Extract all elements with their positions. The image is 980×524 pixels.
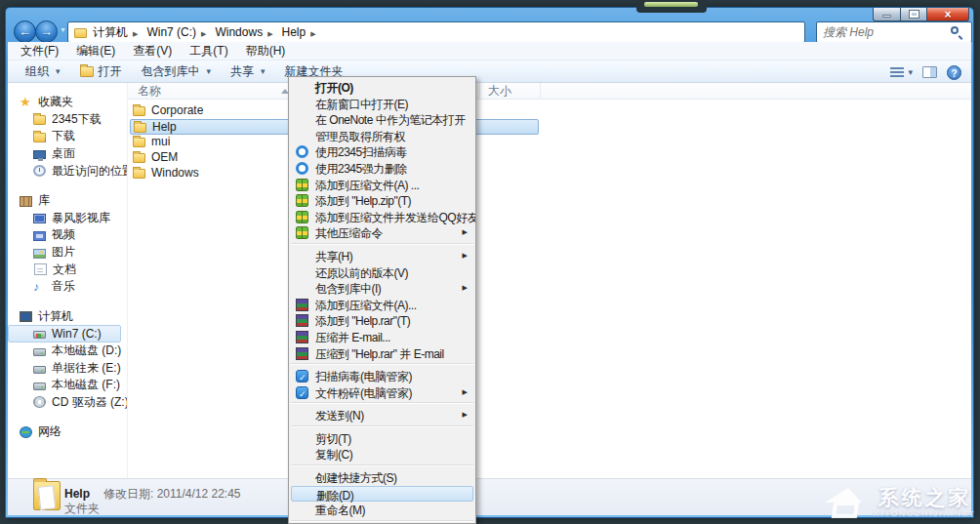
desktop-gadget bbox=[636, 0, 707, 13]
folder-icon bbox=[133, 169, 145, 179]
sidebar-item[interactable]: 计算机 bbox=[8, 308, 127, 326]
address-bar[interactable]: 计算机 Win7 (C:) Windows Help bbox=[67, 21, 805, 43]
sidebar-item-label: 本地磁盘 (F:) bbox=[52, 377, 120, 393]
context-menu-item-label: 还原以前的版本(V) bbox=[315, 266, 408, 280]
sidebar-item[interactable]: Win7 (C:) bbox=[8, 325, 121, 343]
context-menu-item[interactable]: 在 OneNote 中作为笔记本打开 bbox=[289, 111, 475, 128]
toolbar-button[interactable]: 打开 bbox=[70, 61, 132, 81]
menu-bar-item[interactable]: 工具(T) bbox=[181, 42, 236, 60]
sidebar-item[interactable]: 本地磁盘 (D:) bbox=[8, 343, 127, 360]
context-menu-item[interactable]: 共享(H) bbox=[289, 248, 475, 264]
help-icon[interactable]: ? bbox=[947, 65, 961, 80]
column-header-row: 名称 大小 bbox=[128, 83, 971, 100]
recent-pages-dropdown-icon[interactable]: ▼ bbox=[60, 26, 66, 33]
sidebar-item[interactable]: 桌面 bbox=[8, 145, 127, 163]
back-button[interactable]: ← bbox=[14, 20, 36, 43]
sidebar-item[interactable]: 网络 bbox=[8, 423, 127, 441]
sidebar-item[interactable]: 单据往来 (E:) bbox=[8, 359, 127, 377]
context-menu-item-label: 添加到 "Help.rar"(T) bbox=[315, 314, 410, 328]
sidebar-item[interactable]: 音乐 bbox=[8, 278, 127, 296]
toolbar-button-label: 包含到库中 bbox=[142, 63, 200, 80]
menu-bar-item[interactable]: 查看(V) bbox=[124, 42, 181, 60]
film-icon bbox=[33, 214, 46, 223]
sidebar-item[interactable]: 收藏夹 bbox=[8, 94, 127, 111]
minimize-button[interactable] bbox=[873, 8, 901, 21]
toolbar-button[interactable]: 组织 bbox=[16, 61, 70, 81]
context-menu-item-label: 发送到(N) bbox=[315, 409, 364, 423]
context-menu-item[interactable]: 发送到(N) bbox=[289, 407, 475, 423]
context-menu-item[interactable]: 删除(D) bbox=[291, 486, 473, 503]
column-header-name[interactable]: 名称 bbox=[138, 83, 161, 100]
context-menu-item[interactable]: 重命名(M) bbox=[289, 502, 475, 518]
change-view-icon[interactable] bbox=[890, 67, 904, 78]
context-menu-item[interactable]: 添加到 "Help.rar"(T) bbox=[289, 312, 475, 329]
context-menu-item[interactable]: 压缩并 E-mail... bbox=[289, 329, 475, 345]
close-button[interactable]: × bbox=[927, 8, 969, 21]
context-menu-item[interactable]: 打开(O) bbox=[289, 79, 475, 96]
context-menu-item[interactable]: 复制(C) bbox=[289, 446, 475, 463]
breadcrumb-item[interactable]: 计算机 bbox=[91, 24, 144, 41]
breadcrumb-arrow-icon[interactable] bbox=[306, 25, 320, 39]
context-menu-item[interactable]: 使用2345扫描病毒 bbox=[289, 143, 475, 160]
maximize-icon bbox=[910, 11, 919, 18]
column-divider[interactable] bbox=[540, 83, 541, 100]
pictures-icon bbox=[33, 249, 46, 259]
library-icon bbox=[20, 196, 32, 207]
context-menu-item[interactable]: 管理员取得所有权 bbox=[289, 128, 475, 144]
menu-bar-item[interactable]: 文件(F) bbox=[12, 42, 67, 60]
preview-pane-icon[interactable] bbox=[922, 66, 937, 78]
context-menu-item[interactable]: 添加到压缩文件(A)... bbox=[289, 297, 475, 313]
menu-bar-item[interactable]: 编辑(E) bbox=[67, 42, 124, 60]
breadcrumb-item[interactable]: Help bbox=[280, 25, 323, 39]
sidebar-item[interactable]: 库 bbox=[8, 192, 127, 210]
toolbar-button[interactable]: 包含到库中 bbox=[132, 61, 222, 81]
sidebar-item[interactable]: 视频 bbox=[8, 226, 127, 244]
breadcrumb-arrow-icon[interactable] bbox=[128, 25, 143, 39]
breadcrumb-arrow-icon[interactable] bbox=[263, 25, 277, 39]
sidebar-item[interactable]: 本地磁盘 (F:) bbox=[8, 377, 127, 394]
sidebar-item[interactable]: 文档 bbox=[8, 261, 127, 278]
drive-c-icon bbox=[33, 331, 46, 339]
sidebar-item[interactable]: 下载 bbox=[8, 128, 127, 145]
context-menu-item[interactable]: 其他压缩命令 bbox=[289, 224, 475, 241]
winrar-icon bbox=[296, 347, 308, 360]
context-menu-item[interactable] bbox=[289, 520, 475, 524]
context-menu-item[interactable]: 剪切(T) bbox=[289, 430, 475, 447]
context-menu-item[interactable]: 创建快捷方式(S) bbox=[289, 469, 475, 486]
context-menu-item-label: 添加到压缩文件(A) ... bbox=[315, 179, 419, 192]
context-menu-item[interactable]: 还原以前的版本(V) bbox=[289, 264, 475, 281]
status-item-type: 文件夹 bbox=[64, 501, 100, 517]
sidebar-item[interactable]: 暴风影视库 bbox=[8, 210, 127, 227]
sidebar-item-label: 音乐 bbox=[52, 278, 75, 295]
watermark-title: 系统之家 bbox=[878, 486, 971, 509]
menu-bar-item[interactable]: 帮助(H) bbox=[237, 42, 295, 60]
view-dropdown-icon[interactable]: ▾ bbox=[908, 67, 913, 77]
folder-down-icon bbox=[33, 133, 46, 142]
haozip-icon bbox=[296, 179, 308, 191]
context-menu-item[interactable]: 在新窗口中打开(E) bbox=[289, 96, 475, 112]
context-menu-item[interactable]: 使用2345强力删除 bbox=[289, 160, 475, 177]
sidebar-item[interactable]: 2345下载 bbox=[8, 111, 127, 129]
breadcrumb-item[interactable]: Windows bbox=[213, 25, 279, 39]
haozip-icon bbox=[296, 226, 308, 239]
breadcrumb-arrow-icon[interactable] bbox=[196, 25, 211, 39]
column-divider[interactable] bbox=[479, 83, 480, 100]
breadcrumb-item[interactable]: Win7 (C:) bbox=[144, 25, 213, 39]
menu-bar: 文件(F) 编辑(E) 查看(V) 工具(T) 帮助(H) bbox=[8, 42, 971, 60]
maximize-button[interactable] bbox=[901, 8, 927, 21]
forward-button[interactable]: → bbox=[35, 20, 58, 43]
context-menu-item[interactable]: 添加到压缩文件并发送给QQ好友 bbox=[289, 209, 475, 225]
sidebar-item[interactable]: 图片 bbox=[8, 244, 127, 262]
search-input[interactable] bbox=[823, 23, 945, 41]
context-menu-item[interactable]: 文件粉碎(电脑管家) bbox=[289, 384, 475, 401]
search-icon[interactable] bbox=[951, 26, 959, 34]
context-menu-item[interactable]: 添加到压缩文件(A) ... bbox=[289, 177, 475, 193]
column-header-size[interactable]: 大小 bbox=[488, 83, 511, 100]
context-menu-item[interactable]: 扫描病毒(电脑管家) bbox=[289, 368, 475, 384]
toolbar-button[interactable]: 共享 bbox=[221, 61, 275, 81]
context-menu-item[interactable]: 压缩到 "Help.rar" 并 E-mail bbox=[289, 345, 475, 362]
sidebar-item[interactable]: CD 驱动器 (Z:) bbox=[8, 394, 127, 412]
sidebar-item[interactable]: 最近访问的位置 bbox=[8, 162, 127, 180]
context-menu-item[interactable]: 添加到 "Help.zip"(T) bbox=[289, 192, 475, 209]
context-menu-item[interactable]: 包含到库中(I) bbox=[289, 280, 475, 297]
